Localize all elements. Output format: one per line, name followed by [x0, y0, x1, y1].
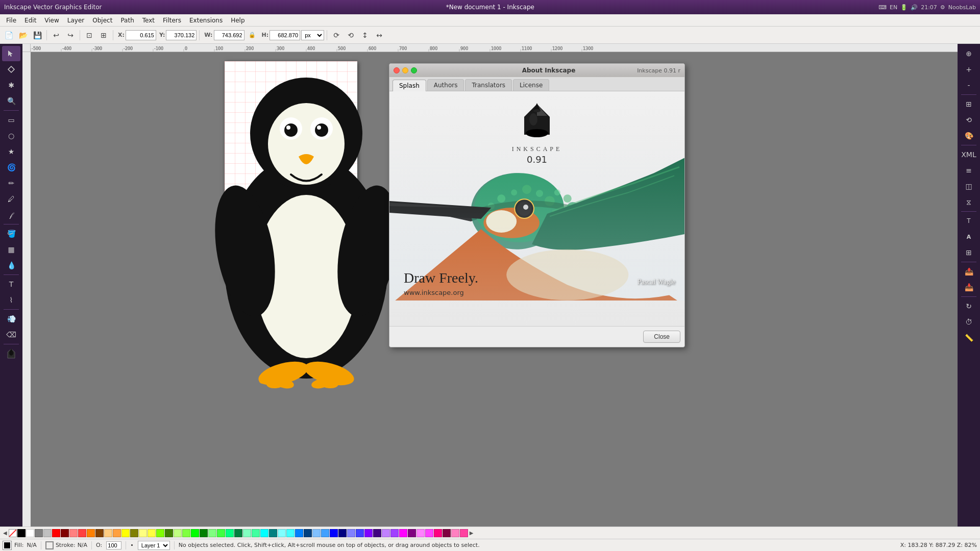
palette-color-swatch[interactable] [78, 529, 86, 537]
palette-color-swatch[interactable] [174, 529, 182, 537]
zoom-tool[interactable]: 🔍 [2, 93, 20, 109]
palette-color-swatch[interactable] [165, 529, 173, 537]
palette-color-swatch[interactable] [347, 529, 355, 537]
palette-color-swatch[interactable] [243, 529, 251, 537]
palette-color-swatch[interactable] [26, 529, 34, 537]
rect-tool[interactable]: ▭ [2, 112, 20, 128]
w-input[interactable] [214, 30, 244, 40]
palette-color-swatch[interactable] [130, 529, 138, 537]
menu-object[interactable]: Object [88, 16, 116, 25]
palette-color-swatch[interactable] [408, 529, 416, 537]
palette-color-swatch[interactable] [121, 529, 130, 537]
menu-layer[interactable]: Layer [63, 16, 88, 25]
palette-color-swatch[interactable] [330, 529, 338, 537]
palette-color-swatch[interactable] [260, 529, 268, 537]
palette-color-swatch[interactable] [95, 529, 104, 537]
menu-text[interactable]: Text [138, 16, 159, 25]
right-xml-btn[interactable]: XML [960, 147, 978, 162]
palette-color-swatch[interactable] [364, 529, 373, 537]
transparent-swatch[interactable] [9, 529, 17, 537]
tweak-tool[interactable]: ✱ [2, 78, 20, 93]
menu-file[interactable]: File [2, 16, 20, 25]
opacity-input[interactable] [106, 541, 121, 549]
palette-color-swatch[interactable] [87, 529, 95, 537]
palette-color-swatch[interactable] [390, 529, 399, 537]
inkscape-icon-btn[interactable] [2, 346, 20, 361]
select-tool[interactable] [2, 46, 20, 61]
palette-color-swatch[interactable] [200, 529, 208, 537]
palette-right-arrow[interactable]: ▶ [469, 530, 475, 536]
right-zoom-in[interactable]: + [960, 62, 978, 77]
palette-color-swatch[interactable] [312, 529, 321, 537]
palette-color-swatch[interactable] [286, 529, 295, 537]
palette-color-swatch[interactable] [234, 529, 242, 537]
gradient-tool[interactable]: ▦ [2, 242, 20, 257]
redo-button[interactable]: ↪ [64, 29, 77, 42]
pencil-tool[interactable]: ✏ [2, 176, 20, 191]
palette-color-swatch[interactable] [17, 529, 26, 537]
palette-color-swatch[interactable] [69, 529, 78, 537]
node-tool[interactable] [2, 62, 20, 77]
unit-select[interactable]: px mm cm in [301, 30, 324, 40]
palette-color-swatch[interactable] [43, 529, 52, 537]
new-button[interactable]: 📄 [2, 29, 15, 42]
palette-color-swatch[interactable] [182, 529, 190, 537]
right-fill-btn[interactable]: 🎨 [960, 128, 978, 143]
stroke-swatch[interactable] [45, 541, 54, 549]
zoom-fit-drawing[interactable]: ⊞ [97, 29, 110, 42]
palette-color-swatch[interactable] [139, 529, 147, 537]
palette-color-swatch[interactable] [338, 529, 347, 537]
pen-tool[interactable]: 🖊 [2, 191, 20, 207]
right-text-btn[interactable]: T [960, 213, 978, 229]
palette-color-swatch[interactable] [321, 529, 329, 537]
dialog-close-button[interactable] [394, 67, 400, 73]
dialog-maximize-button[interactable] [411, 67, 417, 73]
zoom-fit-page[interactable]: ⊡ [83, 29, 96, 42]
circle-tool[interactable]: ○ [2, 128, 20, 143]
calligraphy-tool[interactable]: 𝒻 [2, 207, 20, 222]
palette-color-swatch[interactable] [148, 529, 156, 537]
palette-color-swatch[interactable] [252, 529, 260, 537]
palette-color-swatch[interactable] [52, 529, 60, 537]
right-layers-btn[interactable]: ≡ [960, 163, 978, 178]
palette-color-swatch[interactable] [208, 529, 216, 537]
h-input[interactable] [270, 30, 300, 40]
palette-color-swatch[interactable] [443, 529, 451, 537]
spiral-tool[interactable]: 🌀 [2, 160, 20, 175]
menu-help[interactable]: Help [227, 16, 249, 25]
palette-color-swatch[interactable] [217, 529, 225, 537]
right-history-btn[interactable]: ⏱ [960, 314, 978, 330]
layer-select[interactable]: Layer 1 [138, 541, 170, 550]
star-tool[interactable]: ★ [2, 144, 20, 159]
palette-left-arrow[interactable]: ◀ [2, 530, 8, 536]
tab-authors[interactable]: Authors [427, 79, 464, 91]
menu-extensions[interactable]: Extensions [185, 16, 227, 25]
palette-color-swatch[interactable] [425, 529, 433, 537]
eraser-tool[interactable]: ⌫ [2, 327, 20, 342]
right-snap-btn-1[interactable]: ⊕ [960, 46, 978, 61]
transform-btn-4[interactable]: ↔ [373, 29, 386, 42]
palette-color-swatch[interactable] [226, 529, 234, 537]
palette-color-swatch[interactable] [269, 529, 277, 537]
transform-btn-1[interactable]: ⟳ [330, 29, 343, 42]
spray-tool[interactable]: 💨 [2, 311, 20, 327]
palette-color-swatch[interactable] [191, 529, 199, 537]
palette-color-swatch[interactable] [156, 529, 164, 537]
right-obj-btn[interactable]: ◫ [960, 179, 978, 194]
palette-color-swatch[interactable] [399, 529, 407, 537]
palette-color-swatch[interactable] [373, 529, 381, 537]
palette-color-swatch[interactable] [61, 529, 69, 537]
right-zoom-out[interactable]: - [960, 78, 978, 93]
transform-btn-3[interactable]: ↕ [358, 29, 372, 42]
menu-path[interactable]: Path [116, 16, 138, 25]
save-button[interactable]: 💾 [31, 29, 44, 42]
palette-color-swatch[interactable] [104, 529, 112, 537]
palette-color-swatch[interactable] [35, 529, 43, 537]
palette-color-swatch[interactable] [460, 529, 468, 537]
right-font-btn[interactable]: A [960, 229, 978, 244]
open-button[interactable]: 📂 [16, 29, 30, 42]
menu-filters[interactable]: Filters [159, 16, 185, 25]
eyedropper-tool[interactable]: 💧 [2, 258, 20, 273]
palette-color-swatch[interactable] [451, 529, 459, 537]
tab-splash[interactable]: Splash [393, 80, 426, 91]
